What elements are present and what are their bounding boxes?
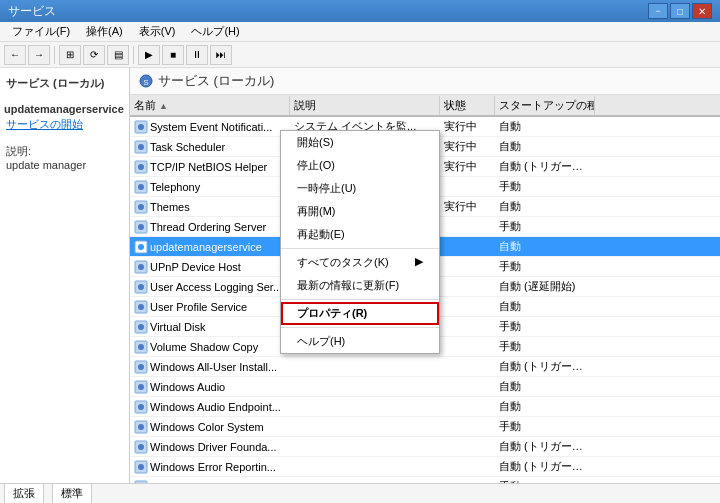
td-startup: 自動 — [495, 238, 595, 255]
td-status: 実行中 — [440, 158, 495, 175]
td-startup: 自動 (トリガー開始) — [495, 438, 595, 455]
left-panel-title: サービス (ローカル) — [4, 72, 125, 95]
context-menu-item[interactable]: 一時停止(U) — [281, 177, 439, 200]
start-service-link[interactable]: サービスの開始 — [4, 115, 125, 134]
td-name: Windows Color System — [130, 419, 290, 435]
service-icon — [134, 380, 148, 394]
table-row[interactable]: Windows All-User Install... 自動 (トリガー開始) — [130, 357, 720, 377]
td-status — [440, 346, 495, 348]
td-name: updatemanagerservice — [130, 239, 290, 255]
svg-point-31 — [138, 404, 144, 410]
td-desc — [290, 426, 440, 428]
td-name: Windows All-User Install... — [130, 359, 290, 375]
show-hide-button[interactable]: ⊞ — [59, 45, 81, 65]
service-icon — [134, 480, 148, 484]
service-icon — [134, 400, 148, 414]
svg-point-15 — [138, 244, 144, 250]
service-icon — [134, 180, 148, 194]
td-startup: 自動 — [495, 118, 595, 135]
table-row[interactable]: Windows Driver Founda... 自動 (トリガー開始) — [130, 437, 720, 457]
td-name: Windows Audio — [130, 379, 290, 395]
td-startup: 自動 (遅延開始) — [495, 278, 595, 295]
refresh-button[interactable]: ⟳ — [83, 45, 105, 65]
td-status — [440, 446, 495, 448]
context-menu-item[interactable]: すべてのタスク(K)▶ — [281, 251, 439, 274]
td-name: Windows Driver Founda... — [130, 439, 290, 455]
td-status — [440, 386, 495, 388]
service-icon — [134, 300, 148, 314]
context-menu-item[interactable]: 再開(M) — [281, 200, 439, 223]
service-icon — [134, 120, 148, 134]
td-name: TCP/IP NetBIOS Helper — [130, 159, 290, 175]
window-controls: － □ ✕ — [648, 3, 712, 19]
context-menu-separator — [281, 299, 439, 300]
export-button[interactable]: ▤ — [107, 45, 129, 65]
svg-point-3 — [138, 124, 144, 130]
left-panel: サービス (ローカル) updatemanagerservice サービスの開始… — [0, 68, 130, 483]
minimize-button[interactable]: － — [648, 3, 668, 19]
title-bar: サービス － □ ✕ — [0, 0, 720, 22]
td-name: System Event Notificati... — [130, 119, 290, 135]
start-button[interactable]: ▶ — [138, 45, 160, 65]
submenu-arrow-icon: ▶ — [415, 255, 423, 268]
td-startup: 手動 — [495, 258, 595, 275]
svg-point-13 — [138, 224, 144, 230]
forward-button[interactable]: → — [28, 45, 50, 65]
back-button[interactable]: ← — [4, 45, 26, 65]
td-startup: 自動 — [495, 398, 595, 415]
td-status — [440, 286, 495, 288]
td-name: Virtual Disk — [130, 319, 290, 335]
context-menu-item[interactable]: 停止(O) — [281, 154, 439, 177]
td-startup: 自動 — [495, 378, 595, 395]
td-status — [440, 246, 495, 248]
menu-bar: ファイル(F)操作(A)表示(V)ヘルプ(H) — [0, 22, 720, 42]
service-icon — [134, 220, 148, 234]
td-startup: 自動 — [495, 298, 595, 315]
td-startup: 手動 — [495, 318, 595, 335]
service-icon — [134, 320, 148, 334]
menu-item[interactable]: 操作(A) — [78, 22, 131, 41]
service-icon — [134, 260, 148, 274]
td-status: 実行中 — [440, 138, 495, 155]
pause-button[interactable]: ⏸ — [186, 45, 208, 65]
col-header-desc[interactable]: 説明 — [290, 96, 440, 115]
td-desc — [290, 386, 440, 388]
tab-extended[interactable]: 拡張 — [4, 483, 44, 503]
maximize-button[interactable]: □ — [670, 3, 690, 19]
col-header-startup[interactable]: スタートアップの種類 — [495, 96, 595, 115]
svg-point-21 — [138, 304, 144, 310]
context-menu-separator — [281, 248, 439, 249]
menu-item[interactable]: 表示(V) — [131, 22, 184, 41]
menu-item[interactable]: ファイル(F) — [4, 22, 78, 41]
td-name: Windows Error Reportin... — [130, 459, 290, 475]
table-row[interactable]: Windows Color System 手動 — [130, 417, 720, 437]
context-menu-item[interactable]: 開始(S) — [281, 131, 439, 154]
table-row[interactable]: Windows Audio 自動 — [130, 377, 720, 397]
service-icon — [134, 240, 148, 254]
td-name: User Access Logging Ser... — [130, 279, 290, 295]
context-menu-item[interactable]: ヘルプ(H) — [281, 330, 439, 353]
service-icon — [134, 160, 148, 174]
td-startup: 自動 (トリガー開始) — [495, 358, 595, 375]
col-header-name[interactable]: 名前 ▲ — [130, 96, 290, 115]
tab-standard[interactable]: 標準 — [52, 483, 92, 503]
td-status — [440, 326, 495, 328]
context-menu-item[interactable]: 再起動(E) — [281, 223, 439, 246]
col-header-status[interactable]: 状態 — [440, 96, 495, 115]
context-menu-item[interactable]: 最新の情報に更新(F) — [281, 274, 439, 297]
svg-point-23 — [138, 324, 144, 330]
close-button[interactable]: ✕ — [692, 3, 712, 19]
table-row[interactable]: Windows Event Collector 手動 — [130, 477, 720, 483]
td-startup: 手動 — [495, 178, 595, 195]
td-name: UPnP Device Host — [130, 259, 290, 275]
td-startup: 自動 (トリガー開始) — [495, 458, 595, 475]
menu-item[interactable]: ヘルプ(H) — [183, 22, 247, 41]
td-status — [440, 266, 495, 268]
context-menu-item[interactable]: プロパティ(R) — [281, 302, 439, 325]
stop-button[interactable]: ■ — [162, 45, 184, 65]
table-row[interactable]: Windows Audio Endpoint... 自動 — [130, 397, 720, 417]
resume-button[interactable]: ⏭ — [210, 45, 232, 65]
table-row[interactable]: Windows Error Reportin... 自動 (トリガー開始) — [130, 457, 720, 477]
service-icon — [134, 140, 148, 154]
toolbar-sep-2 — [133, 46, 134, 64]
